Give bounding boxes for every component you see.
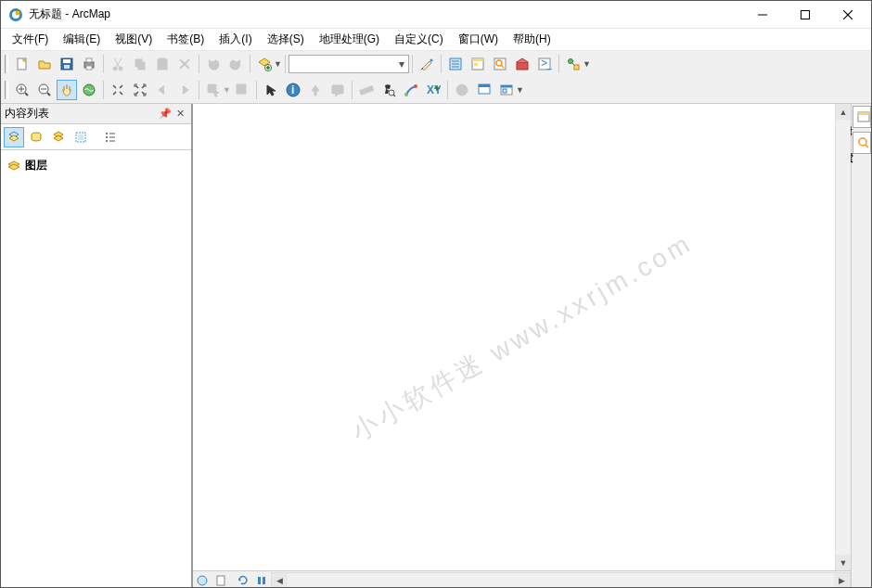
viewer-window-button[interactable]: [496, 80, 517, 100]
svg-rect-69: [501, 85, 512, 88]
catalog-tab[interactable]: 目录: [853, 106, 871, 128]
data-view-button[interactable]: [194, 572, 211, 589]
list-by-visibility-button[interactable]: [48, 127, 69, 147]
titlebar: 无标题 - ArcMap: [1, 1, 871, 29]
zoom-out-button[interactable]: [34, 80, 55, 100]
clear-selection-button[interactable]: [232, 80, 252, 100]
layout-view-button[interactable]: [212, 572, 229, 589]
svg-rect-85: [858, 112, 869, 115]
cut-button[interactable]: [108, 54, 128, 74]
menu-item[interactable]: 地理处理(G): [312, 29, 387, 50]
list-by-drawing-order-button[interactable]: [4, 127, 24, 147]
fixed-zoom-in-button[interactable]: [108, 80, 128, 100]
undo-button[interactable]: [203, 54, 224, 74]
search-icon: [857, 136, 870, 149]
tree-root-node[interactable]: 图层: [5, 156, 187, 175]
dropdown-arrow-icon[interactable]: ▼: [583, 59, 591, 69]
svg-text:>_: >_: [541, 57, 552, 70]
toc-tree[interactable]: 图层: [1, 150, 191, 588]
toc-panel: 内容列表 📌 ✕ 图层: [1, 104, 192, 588]
toc-title: 内容列表: [5, 106, 158, 121]
copy-button[interactable]: [130, 54, 150, 74]
svg-line-59: [393, 95, 395, 96]
minimize-button[interactable]: [741, 2, 784, 28]
search-window-button[interactable]: [490, 54, 510, 74]
svg-point-80: [198, 576, 207, 585]
go-to-xy-button[interactable]: XY: [423, 80, 443, 100]
select-elements-button[interactable]: [261, 80, 281, 100]
refresh-button[interactable]: [235, 572, 251, 589]
paste-button[interactable]: [152, 54, 173, 74]
svg-rect-10: [64, 65, 70, 69]
fixed-zoom-out-button[interactable]: [130, 80, 150, 100]
svg-point-86: [859, 138, 866, 146]
menu-item[interactable]: 视图(V): [108, 29, 160, 50]
menu-item[interactable]: 自定义(C): [387, 29, 451, 50]
add-data-button[interactable]: [254, 54, 275, 74]
menu-item[interactable]: 文件(F): [5, 29, 56, 50]
toolbar-grip[interactable]: [5, 55, 8, 73]
close-icon[interactable]: ✕: [173, 107, 187, 121]
create-viewer-button[interactable]: [474, 80, 494, 100]
dropdown-arrow-icon[interactable]: ▼: [516, 85, 524, 95]
svg-point-2: [16, 10, 20, 15]
identify-button[interactable]: i: [283, 80, 303, 100]
html-popup-button[interactable]: [327, 80, 348, 100]
svg-text:XY: XY: [427, 83, 441, 96]
menu-item[interactable]: 书签(B): [160, 29, 212, 50]
menu-item[interactable]: 插入(I): [212, 29, 259, 50]
menu-item[interactable]: 帮助(H): [506, 29, 558, 50]
svg-point-61: [414, 84, 417, 88]
redo-button[interactable]: [225, 54, 246, 74]
svg-line-87: [866, 145, 868, 147]
list-by-source-button[interactable]: [26, 127, 46, 147]
hyperlink-button[interactable]: [305, 80, 326, 100]
vertical-scrollbar[interactable]: ▲▼: [835, 104, 851, 570]
python-window-button[interactable]: >_: [534, 54, 555, 74]
pin-icon[interactable]: 📌: [158, 107, 173, 121]
pan-button[interactable]: [57, 80, 77, 100]
dropdown-arrow-icon[interactable]: ▼: [223, 85, 231, 95]
pause-button[interactable]: [253, 572, 270, 589]
time-slider-button[interactable]: [452, 80, 472, 100]
delete-button[interactable]: [174, 54, 195, 74]
scale-combo[interactable]: ▾: [289, 55, 409, 73]
svg-point-14: [113, 67, 117, 70]
modelbuilder-button[interactable]: [563, 54, 583, 74]
horizontal-scrollbar[interactable]: ◀▶: [271, 572, 851, 588]
arctoolbox-button[interactable]: [512, 54, 532, 74]
new-button[interactable]: [12, 54, 32, 74]
search-tab[interactable]: 搜索: [853, 132, 871, 154]
toc-button[interactable]: [445, 54, 466, 74]
zoom-in-button[interactable]: [12, 80, 32, 100]
full-extent-button[interactable]: [79, 80, 99, 100]
back-extent-button[interactable]: [152, 80, 173, 100]
list-by-selection-button[interactable]: [71, 127, 91, 147]
map-canvas[interactable]: 小小软件迷 www.xxrjm.com ▲▼: [193, 104, 851, 570]
svg-point-76: [106, 136, 108, 138]
menu-item[interactable]: 窗口(W): [451, 29, 506, 50]
menu-item[interactable]: 选择(S): [260, 29, 312, 50]
watermark: 小小软件迷 www.xxrjm.com: [345, 224, 699, 449]
save-button[interactable]: [57, 54, 77, 74]
find-route-button[interactable]: [401, 80, 421, 100]
measure-button[interactable]: [356, 80, 377, 100]
find-button[interactable]: [378, 80, 399, 100]
catalog-button[interactable]: [468, 54, 488, 74]
open-button[interactable]: [34, 54, 55, 74]
side-tabs: 目录 搜索: [851, 104, 871, 588]
menu-item[interactable]: 编辑(E): [56, 29, 108, 50]
window-title: 无标题 - ArcMap: [29, 6, 741, 22]
close-button[interactable]: [827, 2, 869, 28]
map-wrapper: 小小软件迷 www.xxrjm.com ▲▼ ◀▶: [192, 104, 851, 588]
svg-point-25: [430, 59, 432, 62]
editor-toolbar-button[interactable]: [417, 54, 437, 74]
toolbar-grip[interactable]: [5, 81, 8, 99]
svg-rect-4: [801, 10, 810, 19]
options-button[interactable]: [100, 127, 121, 147]
print-button[interactable]: [79, 54, 99, 74]
dropdown-arrow-icon[interactable]: ▼: [274, 59, 282, 69]
forward-extent-button[interactable]: [174, 80, 195, 100]
select-features-button[interactable]: [203, 80, 224, 100]
maximize-button[interactable]: [784, 2, 827, 28]
